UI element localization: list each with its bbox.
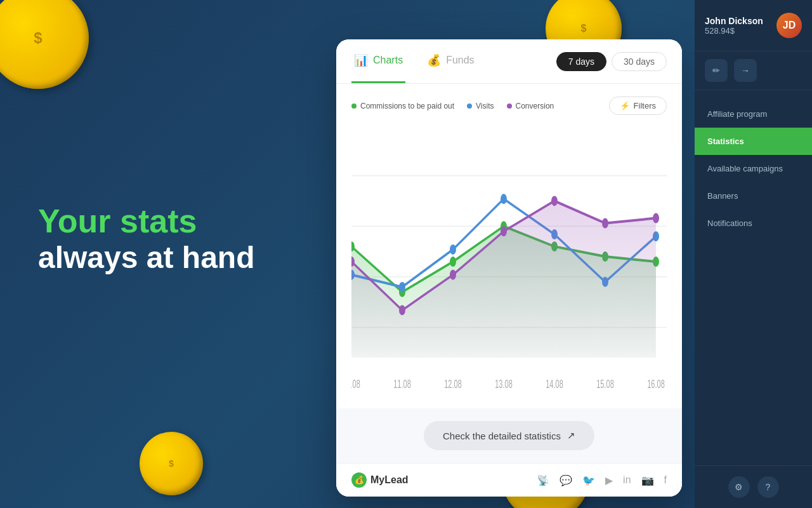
funds-icon: 💰	[427, 53, 441, 67]
youtube-icon[interactable]: ▶	[605, 474, 613, 486]
tab-funds-label: Funds	[446, 55, 474, 66]
facebook-icon[interactable]: f	[664, 474, 667, 486]
chart-svg: 10.08 11.08 12.08 13.08 14.08 15.08 16.0…	[351, 125, 667, 408]
help-button[interactable]: ?	[757, 476, 779, 498]
chart-container: Commissions to be paid out Visits Conver…	[336, 84, 682, 408]
legend-dot-visits	[467, 104, 472, 109]
detail-button-label: Check the detailed statistics	[443, 431, 561, 441]
legend-label-conversion: Conversion	[516, 102, 554, 110]
period-7days[interactable]: 7 days	[556, 52, 606, 71]
legend-dot-commissions	[351, 104, 357, 109]
svg-point-24	[551, 196, 558, 206]
tab-charts-label: Charts	[373, 55, 403, 66]
user-info: John Dickson 528.94$	[705, 16, 770, 36]
svg-point-23	[501, 226, 507, 236]
period-controls: 7 days 30 days	[556, 52, 667, 71]
svg-text:15.08: 15.08	[596, 378, 613, 391]
instagram-icon[interactable]: 📷	[641, 474, 654, 486]
sidebar-item-affiliate[interactable]: Affiliate program	[695, 100, 812, 128]
sidebar-item-statistics[interactable]: Statistics	[695, 128, 812, 155]
tagline-line2: always at hand	[38, 239, 254, 276]
tab-funds[interactable]: 💰 Funds	[424, 39, 476, 83]
brand-logo: 💰 MyLead	[351, 472, 409, 488]
legend-visits: Visits	[467, 102, 494, 110]
linkedin-icon[interactable]: in	[623, 474, 631, 486]
user-section: John Dickson 528.94$ JD	[695, 0, 812, 51]
user-balance: 528.94$	[705, 26, 770, 36]
user-actions: ✏ →	[695, 51, 812, 90]
sidebar-item-notifications[interactable]: Notifications	[695, 210, 812, 237]
sidebar: John Dickson 528.94$ JD ✏ → Affiliate pr…	[695, 0, 812, 508]
legend-conversion: Conversion	[507, 102, 554, 110]
svg-point-21	[399, 305, 405, 316]
rss-icon[interactable]: 📡	[537, 474, 549, 486]
chart-legend: Commissions to be paid out Visits Conver…	[351, 97, 667, 115]
period-30days[interactable]: 30 days	[612, 52, 667, 71]
tagline-line1: Your stats	[38, 203, 254, 239]
twitter-icon[interactable]: 🐦	[582, 474, 595, 486]
legend-label-visits: Visits	[476, 102, 494, 110]
brand-name: MyLead	[370, 474, 409, 486]
card-footer: 💰 MyLead 📡 💬 🐦 ▶ in 📷 f	[336, 463, 682, 497]
avatar: JD	[776, 13, 802, 38]
detail-statistics-button[interactable]: Check the detailed statistics ↗	[424, 421, 594, 450]
settings-button[interactable]: ⚙	[728, 476, 750, 498]
svg-point-22	[450, 270, 456, 280]
svg-text:12.08: 12.08	[444, 378, 461, 391]
logout-button[interactable]: →	[734, 59, 757, 82]
sidebar-item-banners[interactable]: Banners	[695, 182, 812, 210]
filters-label: Filters	[634, 101, 656, 110]
social-icons: 📡 💬 🐦 ▶ in 📷 f	[537, 474, 667, 486]
legend-commissions: Commissions to be paid out	[351, 102, 454, 110]
hero-text: Your stats always at hand	[38, 203, 254, 276]
svg-text:11.08: 11.08	[393, 378, 410, 391]
card-bottom: Check the detailed statistics ↗	[336, 408, 682, 463]
svg-text:16.08: 16.08	[647, 378, 664, 391]
legend-label-commissions: Commissions to be paid out	[360, 102, 454, 110]
svg-text:10.08: 10.08	[351, 378, 360, 391]
svg-point-7	[450, 257, 456, 267]
brand-icon: 💰	[351, 472, 367, 488]
user-name: John Dickson	[705, 16, 770, 26]
sidebar-bottom: ⚙ ?	[695, 465, 812, 508]
filter-icon: ⚡	[620, 101, 630, 110]
nav-items: Affiliate program Statistics Available c…	[695, 90, 812, 465]
svg-point-25	[602, 218, 608, 229]
tab-bar: 📊 Charts 💰 Funds 7 days 30 days	[336, 39, 682, 84]
coin-decoration-bl	[140, 432, 203, 495]
charts-icon: 📊	[354, 53, 368, 67]
chart-area: 10.08 11.08 12.08 13.08 14.08 15.08 16.0…	[351, 125, 667, 408]
external-link-icon: ↗	[567, 430, 575, 441]
legend-dot-conversion	[507, 104, 512, 109]
edit-button[interactable]: ✏	[705, 59, 728, 82]
svg-point-15	[501, 194, 507, 204]
filters-button[interactable]: ⚡ Filters	[609, 97, 667, 115]
sidebar-item-campaigns[interactable]: Available campaigns	[695, 155, 812, 182]
svg-point-26	[653, 213, 659, 224]
svg-text:14.08: 14.08	[546, 378, 563, 391]
main-card: 📊 Charts 💰 Funds 7 days 30 days Commissi…	[336, 39, 682, 497]
svg-text:13.08: 13.08	[495, 378, 512, 391]
tab-charts[interactable]: 📊 Charts	[351, 39, 405, 83]
svg-point-14	[450, 244, 456, 255]
discord-icon[interactable]: 💬	[560, 474, 572, 486]
svg-point-13	[399, 282, 405, 292]
